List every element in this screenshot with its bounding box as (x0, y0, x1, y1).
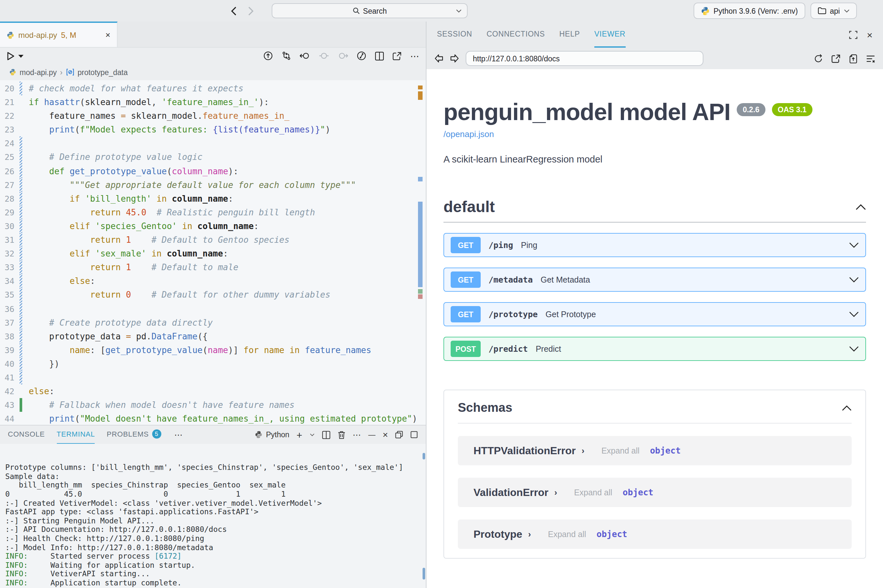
expand-all-label[interactable]: Expand all (602, 446, 640, 455)
split-terminal-icon[interactable] (322, 430, 331, 439)
code-line[interactable]: 26 def get_prototype_value(column_name): (0, 164, 426, 178)
schema-httpvalidationerror[interactable]: HTTPValidationError›Expand allobject (458, 436, 851, 465)
viewer-url-input[interactable]: http://127.0.0.1:8080/docs (466, 51, 703, 66)
terminal-line: FastAPI app type: <class 'fastapi.applic… (5, 508, 426, 516)
panel-more-icon[interactable]: ⋯ (174, 430, 183, 440)
breadcrumb-symbol[interactable]: prototype_data (77, 68, 127, 76)
openapi-spec-link[interactable]: /openapi.json (444, 129, 866, 139)
code-line[interactable]: 41 (0, 370, 426, 384)
code-line[interactable]: 32 elif 'sex_male' in column_name: (0, 247, 426, 260)
history-forward-button[interactable] (247, 6, 255, 15)
expand-endpoint-icon[interactable] (849, 311, 859, 317)
viewer-back-icon[interactable] (434, 54, 444, 63)
maximize-panel-icon[interactable] (410, 431, 418, 438)
code-line[interactable]: 33 return 1 # Default to male (0, 260, 426, 274)
open-in-new-window-icon[interactable] (393, 51, 402, 60)
source-control-publish-icon[interactable] (263, 51, 273, 61)
endpoint-predict[interactable]: POST/predictPredict (444, 337, 866, 361)
commit-graph-icon[interactable] (357, 51, 366, 61)
expand-panel-icon[interactable] (849, 30, 857, 39)
code-line[interactable]: 20# check model for what features it exp… (0, 82, 426, 95)
expand-schema-icon[interactable]: › (582, 446, 585, 456)
reload-icon[interactable] (814, 54, 823, 63)
history-back-button[interactable] (230, 6, 238, 15)
expand-schema-icon[interactable]: › (528, 529, 531, 539)
code-line[interactable]: 28 if 'bill_length' in column_name: (0, 192, 426, 206)
code-line[interactable]: 39 name: [get_prototype_value(name)] for… (0, 343, 426, 357)
terminal-dropdown-icon[interactable] (310, 433, 315, 436)
panel-tab-session[interactable]: SESSION (437, 21, 472, 48)
overview-ruler[interactable] (418, 80, 423, 425)
expand-endpoint-icon[interactable] (849, 346, 859, 352)
navigate-back-icon[interactable] (300, 51, 310, 60)
code-line[interactable]: 44 print("Model doesn't have feature_nam… (0, 412, 426, 425)
compare-changes-icon[interactable] (281, 51, 291, 61)
close-panel-icon[interactable]: × (383, 429, 388, 440)
interpreter-selector-button[interactable]: Python 3.9.6 (Venv: .env) (693, 3, 805, 19)
code-line[interactable]: 21if hasattr(sklearn_model, 'feature_nam… (0, 95, 426, 109)
gutter-change-mark (20, 137, 22, 150)
minimize-panel-icon[interactable]: — (369, 431, 376, 438)
terminal-line: INFO: Waiting for application startup. (5, 561, 426, 570)
next-change-icon[interactable] (338, 51, 348, 60)
endpoint-prototype[interactable]: GET/prototypeGet Prototype (444, 302, 866, 326)
breadcrumb[interactable]: mod-api.py › prototype_data (0, 64, 426, 80)
gutter-change-mark (20, 398, 22, 412)
viewer-forward-icon[interactable] (450, 54, 459, 63)
workspace-folder-button[interactable]: api (810, 3, 857, 19)
schema-validationerror[interactable]: ValidationError›Expand allobject (458, 478, 851, 507)
panel-tab-viewer[interactable]: VIEWER (594, 21, 626, 48)
code-line[interactable]: 36 (0, 302, 426, 315)
panel-tab-connections[interactable]: CONNECTIONS (487, 21, 545, 48)
code-line[interactable]: 22 feature_names = sklearn_model.feature… (0, 109, 426, 123)
code-line[interactable]: 38 prototype_data = pd.DataFrame({ (0, 329, 426, 343)
open-external-icon[interactable] (832, 54, 841, 63)
code-line[interactable]: 23 print(f"Model expects features: {list… (0, 123, 426, 137)
restore-panel-icon[interactable] (395, 431, 403, 438)
code-line[interactable]: 34 else: (0, 274, 426, 288)
code-line[interactable]: 42else: (0, 384, 426, 398)
expand-all-label[interactable]: Expand all (548, 530, 586, 539)
code-line[interactable]: 29 return 45.0 # Realistic penguin bill … (0, 206, 426, 219)
panel-tab-console[interactable]: CONSOLE (8, 425, 45, 444)
schema-prototype[interactable]: Prototype›Expand allobject (458, 519, 851, 549)
new-terminal-icon[interactable]: + (296, 429, 302, 440)
expand-endpoint-icon[interactable] (849, 242, 859, 248)
collapse-section-icon[interactable] (856, 204, 866, 210)
code-editor[interactable]: 20# check model for what features it exp… (0, 80, 426, 425)
terminal-shell-selector[interactable]: Python (255, 431, 289, 438)
clear-viewer-icon[interactable] (866, 54, 875, 62)
endpoint-metadata[interactable]: GET/metadataGet Metadata (444, 268, 866, 292)
code-line[interactable]: 35 return 0 # Default for other dummy va… (0, 288, 426, 302)
code-line[interactable]: 27 """Get appropriate default value for … (0, 178, 426, 192)
expand-all-label[interactable]: Expand all (574, 488, 612, 497)
code-line[interactable]: 43 # Fallback when model doesn't have fe… (0, 398, 426, 412)
panel-tab-problems[interactable]: PROBLEMS5 (107, 425, 161, 444)
endpoint-ping[interactable]: GET/pingPing (444, 233, 866, 257)
panel-tab-help[interactable]: HELP (560, 21, 580, 48)
command-search-input[interactable]: Search (272, 3, 468, 18)
run-file-button[interactable] (6, 51, 24, 60)
close-panel-icon[interactable]: × (866, 29, 872, 40)
code-line[interactable]: 40 }) (0, 357, 426, 370)
line-number: 29 (0, 206, 20, 219)
terminal-more-icon[interactable]: ⋯ (353, 430, 361, 440)
save-page-icon[interactable] (849, 54, 857, 63)
code-line[interactable]: 30 elif 'species_Gentoo' in column_name: (0, 219, 426, 233)
breadcrumb-file[interactable]: mod-api.py (20, 68, 57, 76)
code-line[interactable]: 25 # Define prototype value logic (0, 150, 426, 164)
editor-tab-mod-api[interactable]: mod-api.py 5, M × (0, 21, 117, 47)
code-line[interactable]: 37 # Create prototype data directly (0, 315, 426, 329)
terminal-output[interactable]: Prototype columns: ['bill_length_mm', 's… (0, 444, 426, 588)
tab-close-icon[interactable]: × (105, 30, 110, 40)
expand-schema-icon[interactable]: › (554, 488, 557, 497)
code-line[interactable]: 24 (0, 137, 426, 150)
kill-terminal-icon[interactable] (338, 430, 346, 439)
panel-tab-terminal[interactable]: TERMINAL (57, 425, 95, 444)
collapse-schemas-icon[interactable] (842, 405, 851, 411)
expand-endpoint-icon[interactable] (849, 277, 859, 283)
split-editor-icon[interactable] (375, 51, 384, 60)
code-line[interactable]: 31 return 1 # Default to Gentoo species (0, 233, 426, 247)
previous-change-icon[interactable] (319, 51, 329, 60)
more-actions-icon[interactable]: ⋯ (410, 51, 419, 61)
